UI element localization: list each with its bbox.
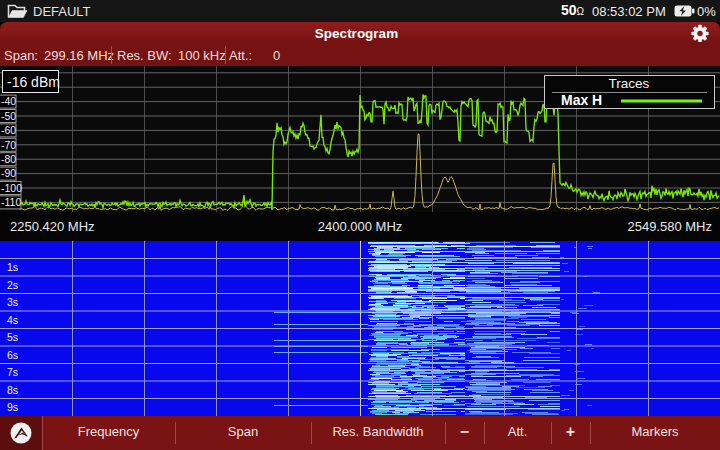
svg-text:Traces: Traces [609,76,650,91]
svg-text:9s: 9s [7,401,18,413]
svg-text:-50: -50 [1,110,16,122]
svg-text:5s: 5s [7,331,18,343]
svg-text:-90: -90 [1,167,16,179]
svg-text:2s: 2s [7,279,18,291]
svg-text:Max H: Max H [561,92,602,108]
svg-text:-40: -40 [1,95,16,107]
svg-text:1s: 1s [7,261,18,273]
svg-text:7s: 7s [7,366,18,378]
svg-text:-100: -100 [1,182,22,194]
svg-text:3s: 3s [7,296,18,308]
svg-text:8s: 8s [7,384,18,396]
svg-text:-70: -70 [1,139,16,151]
svg-text:4s: 4s [7,314,18,326]
svg-text:-16 dBm: -16 dBm [7,74,60,90]
svg-text:6s: 6s [7,349,18,361]
svg-text:-110: -110 [1,196,21,208]
svg-text:-60: -60 [1,124,16,136]
svg-text:-80: -80 [1,153,16,165]
